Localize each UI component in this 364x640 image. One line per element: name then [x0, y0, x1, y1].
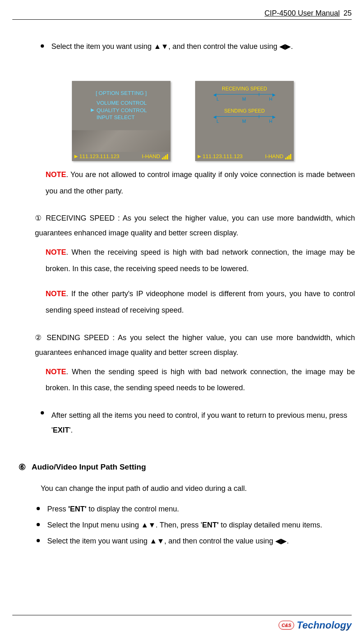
- page-content: Select the item you want using ▲▼, and t…: [35, 41, 355, 552]
- bullet-press-ent: Press 'ENT' to display the control menu.: [34, 504, 355, 515]
- bullet-icon: [37, 523, 40, 526]
- bullet-select-item-2: Select the item you want using ▲▼, and t…: [34, 536, 355, 547]
- bullet-icon: [41, 411, 44, 414]
- note-label: NOTE: [46, 368, 66, 376]
- slider-ticks: LMH: [216, 97, 273, 101]
- screenshot-option-setting: [ OPTION SETTING ] VOLUME CONTROL QUALIT…: [72, 81, 170, 161]
- screenshot-title: [ OPTION SETTING ]: [72, 81, 170, 96]
- sending-speed-block: SENDING SPEED ◀ ▶ LMH: [216, 108, 273, 124]
- screenshot-bg-image: [72, 130, 170, 152]
- status-ip: 111.123.111.123: [79, 153, 140, 159]
- bullet-icon: [41, 44, 44, 48]
- section-intro: You can change the input path of audio a…: [41, 483, 355, 495]
- screenshot-statusbar: ▶ 111.123.111.123 I-HAND: [72, 153, 170, 160]
- page-footer: C&S Technology: [12, 615, 352, 631]
- note-label: NOTE: [46, 290, 66, 298]
- para-sending-speed: ② SENDING SPEED : As you select the high…: [35, 330, 355, 360]
- receiving-speed-label: RECEIVING SPEED: [216, 86, 273, 92]
- device-screenshots: [ OPTION SETTING ] VOLUME CONTROL QUALIT…: [72, 81, 355, 161]
- para-receiving-speed: ① RECEIVING SPEED : As you select the hi…: [35, 211, 355, 240]
- note-quality-voice: NOTE. You are not allowed to control ima…: [46, 167, 355, 199]
- section-title: Audio/Video Input Path Setting: [32, 463, 146, 472]
- bullet-icon: [37, 539, 40, 542]
- receiving-slider: ◀ ▶: [216, 92, 273, 97]
- note-label: NOTE: [46, 248, 66, 256]
- screenshot-speed-sliders: RECEIVING SPEED ◀ ▶ LMH SENDING SPEED ◀: [195, 81, 294, 161]
- signal-icon: [162, 154, 168, 159]
- play-icon: ▶: [74, 154, 78, 159]
- logo-badge: C&S: [279, 621, 294, 630]
- note-sending-high: NOTE. When the sending speed is high wit…: [46, 364, 355, 396]
- circled-six-icon: ⑥: [18, 462, 26, 472]
- menu-item-quality-selected: QUALITY CONTROL: [97, 107, 170, 114]
- bullet-icon: [37, 507, 40, 510]
- status-ip: 111.123.111.123: [203, 153, 263, 159]
- receiving-speed-block: RECEIVING SPEED ◀ ▶ LMH: [216, 86, 273, 101]
- doc-title: CIP-4500 User Manual: [265, 9, 340, 17]
- bullet-select-item: Select the item you want using ▲▼, and t…: [38, 41, 355, 52]
- signal-icon: [285, 154, 291, 159]
- circled-one-icon: ①: [35, 214, 43, 222]
- logo-text: Technology: [297, 619, 352, 631]
- circled-two-icon: ②: [35, 334, 43, 342]
- bullet-text: Select the item you want using ▲▼, and t…: [51, 41, 355, 52]
- bullet-exit: After setting all the items you need to …: [38, 408, 355, 437]
- menu-item-volume: VOLUME CONTROL: [97, 99, 170, 107]
- arrow-right-icon: ▶: [272, 92, 276, 97]
- bullet-select-input-menu: Select the Input menu using ▲▼. Then, pr…: [34, 520, 355, 531]
- status-mode: I-HAND: [265, 153, 283, 159]
- screenshot-statusbar: ▶ 111.123.111.123 I-HAND: [195, 153, 294, 160]
- bullet-text: Select the item you want using ▲▼, and t…: [47, 536, 355, 547]
- play-icon: ▶: [198, 154, 201, 159]
- section-heading-av-input: ⑥ Audio/Video Input Path Setting: [18, 462, 355, 472]
- section-bullets: Press 'ENT' to display the control menu.…: [31, 504, 355, 547]
- bullet-text: Press 'ENT' to display the control menu.: [47, 504, 355, 515]
- bullet-text: After setting all the items you need to …: [51, 408, 355, 437]
- note-receiving-high: NOTE. When the receiving speed is high w…: [46, 244, 355, 277]
- page-number: 25: [342, 9, 352, 17]
- sending-speed-label: SENDING SPEED: [216, 108, 273, 114]
- status-mode: I-HAND: [142, 153, 160, 159]
- page-header: CIP-4500 User Manual 25: [12, 9, 352, 20]
- arrow-right-icon: ▶: [272, 115, 276, 119]
- company-logo: C&S Technology: [279, 619, 352, 631]
- menu-item-input: INPUT SELECT: [97, 114, 170, 121]
- arrow-left-icon: ◀: [213, 115, 217, 119]
- slider-ticks: LMH: [216, 119, 273, 124]
- arrow-left-icon: ◀: [213, 92, 217, 97]
- note-different-model: NOTE. If the other party's IP videophone…: [46, 286, 355, 318]
- bullet-text: Select the Input menu using ▲▼. Then, pr…: [47, 520, 355, 531]
- note-label: NOTE: [46, 170, 66, 179]
- sending-slider: ◀ ▶: [216, 115, 273, 119]
